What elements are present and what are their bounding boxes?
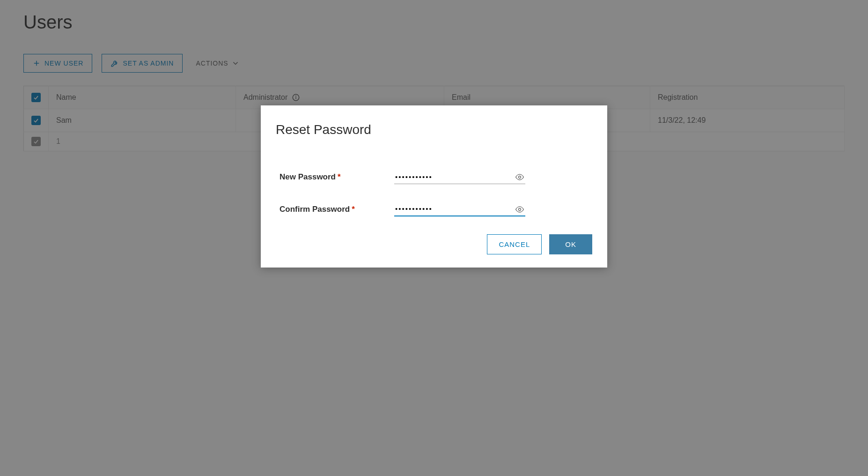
confirm-password-row: Confirm Password*	[276, 202, 592, 216]
eye-icon[interactable]	[515, 205, 524, 214]
required-asterisk: *	[352, 205, 355, 214]
modal-overlay[interactable]: Reset Password New Password* Confirm Pas…	[0, 0, 868, 476]
modal-title: Reset Password	[276, 122, 592, 137]
reset-password-modal: Reset Password New Password* Confirm Pas…	[261, 105, 607, 268]
new-password-row: New Password*	[276, 170, 592, 184]
new-password-label-text: New Password	[280, 172, 336, 181]
new-password-input-wrap	[394, 170, 525, 184]
new-password-label: New Password*	[280, 172, 394, 182]
confirm-password-input[interactable]	[394, 202, 525, 216]
svg-point-5	[519, 176, 521, 178]
modal-actions: CANCEL OK	[276, 234, 592, 254]
new-password-input[interactable]	[394, 170, 525, 184]
eye-icon[interactable]	[515, 172, 524, 182]
cancel-button[interactable]: CANCEL	[487, 234, 542, 254]
ok-button[interactable]: OK	[549, 234, 592, 254]
confirm-password-label: Confirm Password*	[280, 205, 394, 214]
confirm-password-input-wrap	[394, 202, 525, 216]
confirm-password-label-text: Confirm Password	[280, 205, 350, 214]
svg-point-6	[519, 208, 521, 210]
required-asterisk: *	[338, 172, 341, 181]
